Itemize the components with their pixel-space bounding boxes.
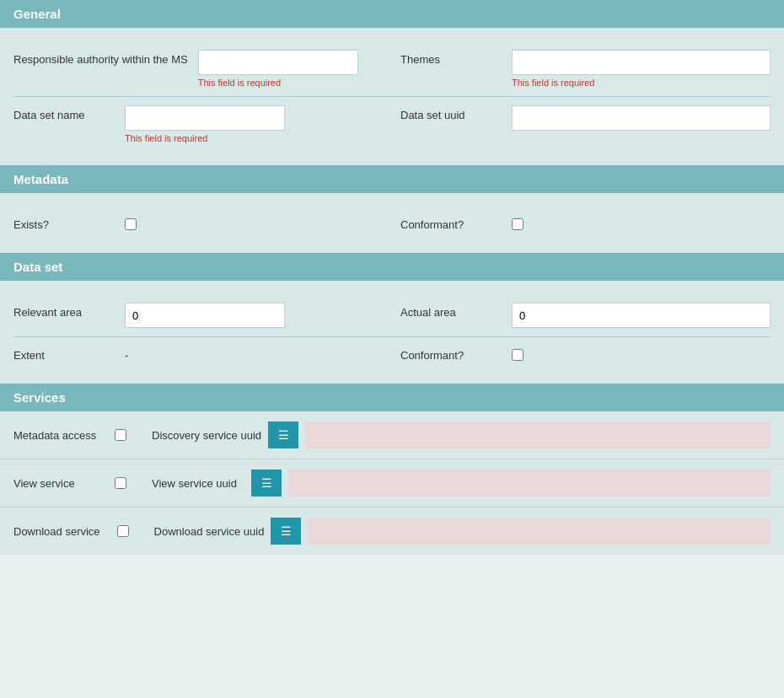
actual-area-content [512, 303, 771, 328]
view-service-uuid-label: View service uuid [152, 477, 244, 490]
dataset-conformant-label: Conformant? [400, 346, 502, 362]
responsible-authority-label: Responsible authority within the MS [13, 50, 188, 66]
download-service-checkbox[interactable] [117, 525, 129, 537]
metadata-body: Exists? Conformant? [0, 193, 784, 253]
services-section: Services Metadata access Discovery servi… [0, 384, 784, 555]
general-row-1: Responsible authority within the MS This… [13, 41, 771, 96]
metadata-row-1: Exists? Conformant? [13, 207, 771, 239]
responsible-authority-content: This field is required [198, 50, 384, 88]
metadata-access-label: Metadata access [13, 429, 98, 442]
view-service-checkbox[interactable] [115, 477, 126, 489]
dataset-section: Data set Relevant area Actual area Exten… [0, 253, 784, 384]
download-service-label: Download service [13, 525, 100, 538]
metadata-section: Metadata Exists? Conformant? [0, 165, 784, 253]
general-row-2: Data set name This field is required Dat… [13, 97, 771, 152]
dataset-row-2: Extent - Conformant? [13, 337, 771, 370]
relevant-area-group: Relevant area [13, 303, 384, 328]
actual-area-group: Actual area [400, 303, 771, 328]
exists-label: Exists? [13, 215, 115, 231]
dataset-uuid-group: Data set uuid [400, 105, 771, 131]
dataset-uuid-label: Data set uuid [400, 105, 502, 121]
dataset-name-group: Data set name This field is required [13, 105, 384, 143]
relevant-area-content [125, 303, 384, 328]
responsible-authority-group: Responsible authority within the MS This… [13, 50, 384, 88]
view-service-row: View service View service uuid ☰ [0, 459, 784, 507]
dataset-conformant-content [512, 346, 771, 361]
discovery-service-list-button[interactable]: ☰ [268, 421, 298, 448]
extent-group: Extent - [13, 346, 384, 362]
extent-content: - [125, 346, 384, 362]
dataset-conformant-group: Conformant? [400, 346, 771, 362]
dataset-conformant-checkbox[interactable] [512, 349, 524, 361]
metadata-conformant-label: Conformant? [400, 215, 502, 231]
dataset-row-1: Relevant area Actual area [13, 294, 771, 336]
metadata-header: Metadata [0, 165, 784, 193]
list-icon: ☰ [278, 428, 289, 442]
themes-content: This field is required [512, 50, 771, 88]
responsible-authority-error: This field is required [198, 78, 384, 88]
download-service-uuid-input[interactable] [308, 518, 771, 545]
actual-area-input[interactable] [512, 303, 771, 328]
themes-group: Themes This field is required [400, 50, 771, 88]
metadata-conformant-group: Conformant? [400, 215, 771, 231]
view-service-right: View service uuid ☰ [152, 470, 771, 497]
actual-area-label: Actual area [400, 303, 502, 319]
view-service-uuid-input[interactable] [288, 470, 771, 497]
general-header: General [0, 0, 784, 28]
discovery-service-uuid-label: Discovery service uuid [152, 429, 261, 442]
metadata-access-checkbox[interactable] [115, 429, 126, 441]
dataset-body: Relevant area Actual area Extent - [0, 281, 784, 384]
themes-error: This field is required [512, 78, 771, 88]
view-service-label: View service [13, 477, 98, 490]
dataset-uuid-input[interactable] [512, 105, 771, 131]
dataset-header: Data set [0, 253, 784, 281]
general-body: Responsible authority within the MS This… [0, 28, 784, 165]
extent-value: - [125, 346, 384, 362]
exists-checkbox[interactable] [125, 218, 137, 230]
list-icon-3: ☰ [281, 524, 292, 538]
metadata-conformant-content [512, 215, 771, 230]
responsible-authority-input[interactable] [198, 50, 358, 75]
download-service-list-button[interactable]: ☰ [271, 518, 301, 545]
relevant-area-input[interactable] [125, 303, 285, 328]
dataset-name-label: Data set name [13, 105, 115, 121]
download-service-right: Download service uuid ☰ [154, 518, 771, 545]
metadata-access-row: Metadata access Discovery service uuid ☰ [0, 411, 784, 459]
exists-group: Exists? [13, 215, 384, 231]
list-icon-2: ☰ [261, 476, 272, 490]
dataset-name-error: This field is required [125, 133, 384, 143]
dataset-name-content: This field is required [125, 105, 384, 143]
download-service-row: Download service Download service uuid ☰ [0, 507, 784, 555]
themes-label: Themes [400, 50, 502, 66]
discovery-service-uuid-input[interactable] [305, 421, 771, 448]
services-header: Services [0, 384, 784, 411]
themes-input[interactable] [512, 50, 771, 75]
download-service-uuid-label: Download service uuid [154, 525, 265, 538]
dataset-name-input[interactable] [125, 105, 285, 131]
metadata-access-right: Discovery service uuid ☰ [152, 421, 771, 448]
dataset-uuid-content [512, 105, 771, 131]
relevant-area-label: Relevant area [13, 303, 115, 319]
view-service-list-button[interactable]: ☰ [251, 470, 282, 497]
metadata-conformant-checkbox[interactable] [512, 218, 524, 230]
extent-label: Extent [13, 346, 115, 362]
general-section: General Responsible authority within the… [0, 0, 784, 165]
exists-content [125, 215, 384, 230]
